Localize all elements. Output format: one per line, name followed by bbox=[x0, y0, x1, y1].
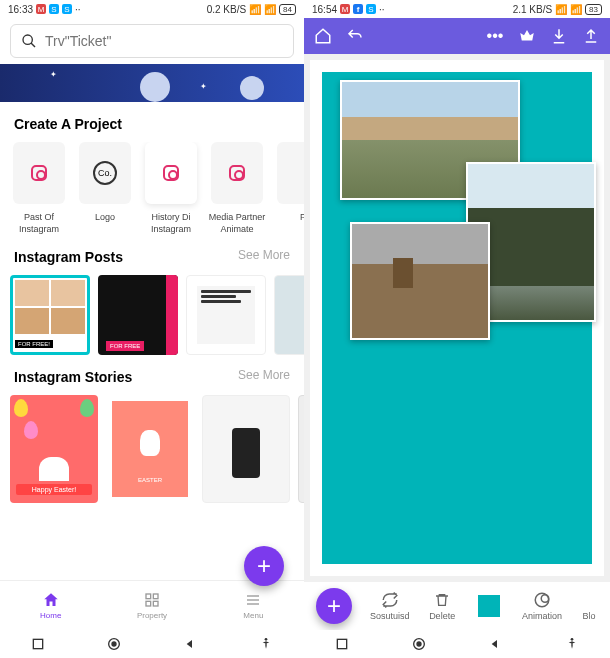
create-project-title: Create A Project bbox=[0, 102, 304, 142]
design-canvas[interactable] bbox=[310, 60, 604, 576]
wifi-icon: 📶 bbox=[264, 4, 276, 15]
animation-icon bbox=[533, 591, 551, 609]
search-input[interactable] bbox=[45, 33, 283, 49]
share-button[interactable] bbox=[582, 27, 600, 45]
status-bar: 16:54 M f S ·· 2.1 KB/S 📶 📶 83 bbox=[304, 0, 610, 18]
posts-row[interactable]: FOR FREE! FOR FREE Imna Want Well bbox=[0, 275, 304, 355]
project-templates-row[interactable]: Past Of Instagram Co. Logo History Di In… bbox=[0, 142, 304, 235]
project-media-partner[interactable]: Media Partner Animate bbox=[208, 142, 266, 235]
replace-action[interactable]: Sosutuisd bbox=[370, 591, 410, 621]
signal-icon: 📶 bbox=[249, 4, 261, 15]
story-template-2[interactable]: EASTER bbox=[106, 395, 194, 503]
story-template-3[interactable] bbox=[202, 395, 290, 503]
skype-icon: S bbox=[49, 4, 59, 14]
status-bar: 16:33 M S S ·· 0.2 KB/S 📶 📶 84 bbox=[0, 0, 304, 18]
premium-button[interactable] bbox=[518, 27, 536, 45]
posts-see-more[interactable]: See More bbox=[238, 248, 290, 262]
instagram-icon bbox=[229, 165, 245, 181]
svg-point-11 bbox=[112, 642, 116, 646]
photo-3[interactable] bbox=[350, 222, 490, 340]
instagram-posts-title: Instagram Posts bbox=[0, 235, 137, 275]
net-speed: 2.1 KB/S bbox=[513, 4, 552, 15]
download-button[interactable] bbox=[550, 27, 568, 45]
gmail-icon: M bbox=[340, 4, 350, 14]
android-nav bbox=[0, 630, 304, 658]
svg-rect-9 bbox=[33, 639, 42, 648]
skype-icon: S bbox=[366, 4, 376, 14]
block-action[interactable]: Blo bbox=[580, 591, 598, 621]
design-app-home: 16:33 M S S ·· 0.2 KB/S 📶 📶 84 ✦ ✦ Creat… bbox=[0, 0, 304, 658]
stories-row[interactable]: Happy Easter! EASTER bbox=[0, 395, 304, 503]
grid-icon bbox=[143, 591, 161, 609]
instagram-icon bbox=[31, 165, 47, 181]
project-more[interactable]: P bbox=[274, 142, 304, 235]
pattern-overlay[interactable] bbox=[332, 456, 422, 546]
project-logo[interactable]: Co. Logo bbox=[76, 142, 134, 235]
undo-button[interactable] bbox=[346, 27, 364, 45]
search-box[interactable] bbox=[10, 24, 294, 58]
svg-rect-3 bbox=[153, 594, 158, 599]
accessibility-button[interactable] bbox=[564, 636, 580, 652]
battery-icon: 83 bbox=[585, 4, 602, 15]
editor-toolbar: ••• bbox=[304, 18, 610, 54]
trash-icon bbox=[433, 591, 451, 609]
logo-icon: Co. bbox=[93, 161, 117, 185]
promo-banner[interactable]: ✦ ✦ bbox=[0, 64, 304, 102]
story-template-1[interactable]: Happy Easter! bbox=[10, 395, 98, 503]
more-options-button[interactable]: ••• bbox=[486, 27, 504, 45]
dots-icon: ·· bbox=[75, 4, 81, 15]
svg-point-14 bbox=[541, 595, 549, 603]
svg-rect-2 bbox=[146, 594, 151, 599]
home-icon bbox=[42, 591, 60, 609]
instagram-stories-title: Instagram Stories bbox=[0, 355, 146, 395]
back-button[interactable] bbox=[182, 636, 198, 652]
canvas-area[interactable] bbox=[304, 54, 610, 582]
instagram-icon bbox=[163, 165, 179, 181]
post-template-1[interactable]: FOR FREE! bbox=[10, 275, 90, 355]
color-action[interactable] bbox=[475, 595, 504, 617]
project-history-instagram[interactable]: History Di Instagram bbox=[142, 142, 200, 235]
facebook-icon: f bbox=[353, 4, 363, 14]
nav-home[interactable]: Home bbox=[0, 581, 101, 630]
recent-apps-button[interactable] bbox=[30, 636, 46, 652]
back-button[interactable] bbox=[487, 636, 503, 652]
android-nav bbox=[304, 630, 610, 658]
replace-icon bbox=[381, 591, 399, 609]
status-time: 16:54 bbox=[312, 4, 337, 15]
net-speed: 0.2 KB/S bbox=[207, 4, 246, 15]
status-time: 16:33 bbox=[8, 4, 33, 15]
delete-action[interactable]: Delete bbox=[428, 591, 457, 621]
dots-icon: ·· bbox=[379, 4, 385, 15]
svg-point-0 bbox=[23, 35, 32, 44]
collage-background[interactable] bbox=[322, 72, 592, 564]
svg-rect-4 bbox=[146, 601, 151, 606]
editor-home-button[interactable] bbox=[314, 27, 332, 45]
stories-see-more[interactable]: See More bbox=[238, 368, 290, 382]
new-design-fab[interactable]: + bbox=[244, 546, 284, 586]
color-swatch bbox=[478, 595, 500, 617]
svg-point-18 bbox=[570, 638, 573, 641]
wifi-icon: 📶 bbox=[570, 4, 582, 15]
recent-apps-button[interactable] bbox=[334, 636, 350, 652]
post-template-4[interactable] bbox=[274, 275, 304, 355]
svg-rect-15 bbox=[338, 639, 347, 648]
accessibility-button[interactable] bbox=[258, 636, 274, 652]
editor-bottom-bar: + Sosutuisd Delete Animation Blo bbox=[304, 582, 610, 630]
skype-icon-2: S bbox=[62, 4, 72, 14]
animation-action[interactable]: Animation bbox=[522, 591, 562, 621]
home-button[interactable] bbox=[411, 636, 427, 652]
lock-icon bbox=[580, 591, 598, 609]
post-template-2[interactable]: FOR FREE bbox=[98, 275, 178, 355]
bottom-nav: Home Property Menu bbox=[0, 580, 304, 630]
design-editor: 16:54 M f S ·· 2.1 KB/S 📶 📶 83 ••• bbox=[304, 0, 610, 658]
project-past-instagram[interactable]: Past Of Instagram bbox=[10, 142, 68, 235]
nav-menu[interactable]: Menu bbox=[203, 581, 304, 630]
signal-icon: 📶 bbox=[555, 4, 567, 15]
battery-icon: 84 bbox=[279, 4, 296, 15]
post-template-3[interactable] bbox=[186, 275, 266, 355]
nav-property[interactable]: Property bbox=[101, 581, 202, 630]
svg-point-17 bbox=[417, 642, 421, 646]
search-icon bbox=[21, 33, 37, 49]
add-element-fab[interactable]: + bbox=[316, 588, 352, 624]
home-button[interactable] bbox=[106, 636, 122, 652]
